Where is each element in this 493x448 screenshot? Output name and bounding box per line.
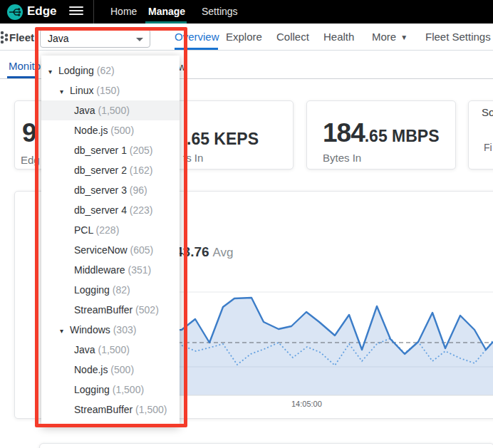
dropdown-item-label: Logging	[74, 384, 110, 395]
chevron-down-icon	[136, 38, 143, 41]
dropdown-item-logging[interactable]: Logging (1,500)	[41, 380, 180, 400]
metric-label: Bytes In	[323, 152, 361, 164]
dropdown-item-count: (82)	[110, 284, 130, 296]
metric-value: .65 KEPS	[187, 130, 259, 149]
dropdown-item-label: db_server 2	[74, 165, 127, 176]
average-label: Avg	[213, 246, 234, 259]
metric-value: 184.65 MBPS	[323, 118, 440, 148]
dropdown-item-label: Java	[74, 105, 95, 116]
tab-fleet-settings[interactable]: Fleet Settings	[425, 31, 491, 43]
dropdown-item-lodging[interactable]: ▾Lodging (62)	[41, 61, 180, 80]
metric-card-sources: Sou Fi	[468, 100, 493, 170]
dropdown-item-label: Linux	[70, 85, 93, 96]
dropdown-item-count: (1,500)	[95, 344, 130, 355]
average-value: 43.76	[175, 244, 209, 259]
fleet-selector[interactable]: Java	[40, 29, 150, 48]
fleet-dropdown-list: ▾Lodging (62)▾Linux (150)Java (1,500)Nod…	[41, 61, 180, 420]
next-section-card	[39, 443, 493, 448]
dropdown-item-label: PCL	[74, 224, 93, 236]
subtab-monitor[interactable]: Monitor	[9, 60, 44, 72]
dropdown-item-node-js[interactable]: Node.js (500)	[41, 360, 180, 380]
tab-more[interactable]: More▼	[372, 31, 408, 43]
dropdown-item-db-server-1[interactable]: db_server 1 (205)	[41, 140, 180, 160]
dropdown-item-label: db_server 4	[74, 204, 127, 216]
dropdown-item-db-server-2[interactable]: db_server 2 (162)	[41, 160, 180, 180]
metric-value: 9	[22, 118, 36, 148]
tab-overview[interactable]: Overview	[175, 31, 219, 43]
tab-collect[interactable]: Collect	[276, 31, 309, 43]
dropdown-item-label: StreamBuffer	[74, 304, 133, 316]
chart-average-readout: 43.76Avg	[175, 244, 234, 260]
dropdown-item-count: (205)	[127, 145, 153, 156]
dropdown-item-count: (1,500)	[110, 384, 144, 395]
dropdown-item-db-server-3[interactable]: db_server 3 (96)	[41, 180, 180, 200]
chevron-down-icon: ▼	[400, 33, 408, 41]
dropdown-item-node-js[interactable]: Node.js (500)	[41, 120, 180, 140]
x-axis-tick-label: 14:05:00	[291, 400, 322, 408]
dropdown-item-windows[interactable]: ▾Windows (303)	[41, 320, 180, 340]
nav-home[interactable]: Home	[110, 6, 137, 17]
dropdown-item-label: Logging	[74, 284, 110, 296]
dropdown-item-count: (96)	[127, 184, 147, 196]
metric-label: Edg	[21, 154, 40, 166]
dropdown-item-count: (502)	[133, 304, 159, 316]
dropdown-item-count: (351)	[125, 264, 152, 276]
dropdown-item-label: Node.js	[74, 364, 108, 375]
dropdown-item-count: (228)	[93, 224, 120, 236]
brand-name: Edge	[27, 4, 57, 19]
nav-manage[interactable]: Manage	[148, 6, 185, 17]
dropdown-item-streambuffer[interactable]: StreamBuffer (502)	[41, 300, 180, 320]
dropdown-item-count: (303)	[110, 324, 137, 335]
tab-overview-active-underline	[175, 48, 218, 50]
dropdown-item-label: db_server 3	[74, 184, 127, 196]
tree-collapse-icon[interactable]: ▾	[60, 321, 70, 341]
dropdown-item-streambuffer[interactable]: StreamBuffer (1,500)	[41, 400, 180, 420]
dropdown-item-label: StreamBuffer	[74, 404, 133, 415]
dropdown-item-servicenow[interactable]: ServiceNow (605)	[41, 240, 180, 260]
card-title-fragment: Sou	[482, 106, 493, 118]
dropdown-item-count: (62)	[94, 65, 115, 76]
top-app-bar: Edge Home Manage Settings	[0, 0, 493, 24]
dropdown-item-count: (162)	[127, 165, 153, 176]
dropdown-item-linux[interactable]: ▾Linux (150)	[41, 80, 180, 100]
dropdown-item-label: Windows	[70, 324, 110, 335]
dropdown-item-label: db_server 1	[74, 145, 127, 156]
fleet-dropdown-panel: ▾Lodging (62)▾Linux (150)Java (1,500)Nod…	[41, 56, 180, 425]
dropdown-item-count: (223)	[127, 204, 153, 216]
dropdown-item-label: Java	[74, 344, 95, 355]
tab-explore[interactable]: Explore	[226, 31, 262, 43]
dropdown-item-java[interactable]: Java (1,500)	[41, 340, 180, 360]
fleet-toolbar: Fleet Java Overview Explore Collect Heal…	[0, 24, 493, 51]
hamburger-menu-icon[interactable]	[69, 6, 83, 17]
topbar-divider	[93, 0, 94, 24]
dropdown-item-label: ServiceNow	[74, 244, 128, 256]
dropdown-item-middleware[interactable]: Middleware (351)	[41, 260, 180, 280]
metric-card-bytes-in: 184.65 MBPS Bytes In	[306, 100, 456, 170]
fleet-cluster-icon	[0, 30, 9, 44]
fleet-selector-value: Java	[48, 33, 69, 44]
fleet-section-label: Fleet	[9, 31, 34, 43]
dropdown-item-label: Lodging	[58, 65, 94, 76]
metric-label: ts In	[183, 152, 203, 164]
app-screen: Edge Home Manage Settings Fleet Java Ove…	[0, 0, 493, 448]
dropdown-item-count: (150)	[93, 85, 120, 96]
edge-logo-icon	[6, 4, 24, 21]
dropdown-item-count: (500)	[108, 125, 134, 136]
dropdown-item-logging[interactable]: Logging (82)	[41, 280, 180, 300]
tree-collapse-icon[interactable]: ▾	[48, 62, 58, 82]
tab-health[interactable]: Health	[323, 31, 354, 43]
dropdown-item-count: (1,500)	[95, 105, 130, 116]
dropdown-item-label: Node.js	[74, 125, 108, 136]
dropdown-item-count: (1,500)	[133, 404, 167, 415]
dropdown-item-count: (500)	[108, 364, 134, 375]
nav-settings[interactable]: Settings	[202, 6, 238, 17]
dropdown-item-label: Middleware	[74, 264, 125, 276]
dropdown-item-db-server-4[interactable]: db_server 4 (223)	[41, 200, 180, 220]
dropdown-item-java[interactable]: Java (1,500)	[41, 100, 180, 120]
card-link-fragment[interactable]: Fi	[484, 142, 492, 153]
dropdown-item-count: (605)	[128, 244, 154, 256]
dropdown-item-pcl[interactable]: PCL (228)	[41, 220, 180, 240]
tree-collapse-icon[interactable]: ▾	[60, 82, 70, 102]
